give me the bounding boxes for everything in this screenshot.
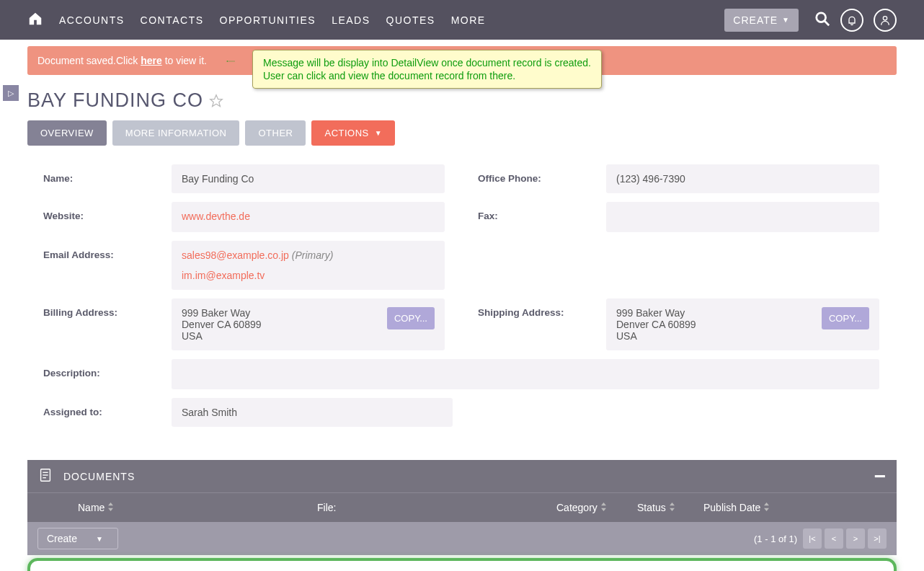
value-billing-address: 999 Baker Way Denver CA 60899 USA COPY..…	[172, 298, 445, 350]
svg-marker-14	[670, 503, 675, 505]
alert-suffix: to view it.	[162, 55, 207, 66]
value-website[interactable]: www.devthe.de	[172, 202, 445, 232]
svg-marker-13	[601, 508, 606, 511]
tab-other[interactable]: OTHER	[245, 120, 306, 146]
pager-next[interactable]: >	[846, 528, 865, 549]
notifications-icon[interactable]	[840, 9, 863, 32]
favorite-star-icon[interactable]	[209, 94, 223, 108]
nav-quotes[interactable]: QUOTES	[386, 14, 435, 26]
documents-title: DOCUMENTS	[63, 471, 135, 482]
nav-leads[interactable]: LEADS	[332, 14, 370, 26]
documents-table-header: Name File: Category Status Publish Date	[27, 492, 897, 522]
sort-icon	[669, 502, 675, 513]
value-name: Bay Funding Co	[172, 164, 445, 193]
chevron-down-icon: ▼	[782, 16, 790, 24]
nav-links: ACCOUNTS CONTACTS OPPORTUNITIES LEADS QU…	[59, 14, 486, 26]
note-line1: Message will be display into DetailView …	[263, 56, 591, 69]
pager-count: (1 - 1 of 1)	[754, 534, 797, 544]
sort-icon	[600, 502, 607, 513]
svg-marker-12	[601, 503, 606, 505]
svg-marker-17	[764, 508, 769, 511]
tab-overview[interactable]: OVERVIEW	[27, 120, 107, 146]
chevron-down-icon: ▼	[96, 535, 103, 543]
email-2[interactable]: im.im@example.tv	[182, 270, 265, 281]
tab-actions[interactable]: ACTIONS ▼	[311, 120, 395, 146]
highlighted-row: Bay_Funding_Co-Sample_Account_profile.pd…	[27, 558, 897, 571]
documents-icon	[37, 467, 53, 485]
chevron-down-icon: ▼	[375, 129, 382, 137]
value-fax	[606, 202, 879, 232]
label-website: Website:	[27, 198, 172, 236]
documents-panel: DOCUMENTS − Name File: Category Status P…	[27, 460, 897, 571]
sort-icon	[763, 502, 770, 513]
create-document-label: Create	[47, 533, 77, 544]
label-assigned-to: Assigned to:	[27, 394, 172, 431]
nav-accounts[interactable]: ACCOUNTS	[59, 14, 125, 26]
value-assigned-to: Sarah Smith	[172, 398, 453, 427]
label-fax: Fax:	[462, 198, 606, 236]
copy-shipping-button[interactable]: COPY...	[822, 307, 869, 329]
svg-marker-11	[108, 508, 113, 511]
nav-contacts[interactable]: CONTACTS	[141, 14, 204, 26]
label-description: Description:	[27, 355, 172, 394]
sidebar-toggle[interactable]: ▷	[3, 85, 19, 101]
home-icon[interactable]	[27, 11, 43, 29]
svg-marker-5	[210, 94, 223, 106]
note-line2: User can click and view the document rec…	[263, 69, 591, 82]
tab-more-information[interactable]: MORE INFORMATION	[112, 120, 240, 146]
svg-marker-10	[108, 503, 113, 505]
create-label: CREATE	[733, 14, 778, 26]
sort-icon	[107, 502, 114, 513]
pager-last[interactable]: >|	[868, 528, 887, 549]
alert-prefix: Document saved.Click	[37, 55, 141, 66]
value-description	[172, 359, 879, 389]
svg-marker-15	[670, 508, 675, 511]
documents-create-row: Create ▼ (1 - 1 of 1) |< < > >|	[27, 522, 897, 555]
create-document-button[interactable]: Create ▼	[37, 528, 118, 549]
value-shipping-address: 999 Baker Way Denver CA 60899 USA COPY..…	[606, 298, 879, 350]
th-category[interactable]: Category	[556, 502, 637, 513]
svg-line-1	[825, 21, 829, 25]
pager: (1 - 1 of 1) |< < > >|	[754, 528, 887, 549]
label-office-phone: Office Phone:	[462, 160, 606, 198]
billing-line3: USA	[182, 330, 435, 342]
nav-more[interactable]: MORE	[451, 14, 486, 26]
detail-view: Name: Bay Funding Co Office Phone: (123)…	[27, 146, 897, 446]
page-title: BAY FUNDING CO	[27, 89, 203, 112]
svg-point-2	[883, 16, 887, 19]
documents-panel-header: DOCUMENTS −	[27, 460, 897, 492]
user-icon[interactable]	[874, 9, 897, 32]
annotation-arrow	[209, 61, 252, 62]
pager-first[interactable]: |<	[803, 528, 822, 549]
svg-point-0	[817, 13, 826, 22]
label-name: Name:	[27, 160, 172, 198]
label-shipping-address: Shipping Address:	[462, 294, 606, 355]
value-office-phone: (123) 496-7390	[606, 164, 879, 193]
pager-prev[interactable]: <	[825, 528, 843, 549]
search-icon[interactable]	[814, 11, 830, 29]
nav-opportunities[interactable]: OPPORTUNITIES	[220, 14, 316, 26]
copy-billing-button[interactable]: COPY...	[387, 307, 435, 329]
shipping-line3: USA	[616, 330, 869, 342]
th-name[interactable]: Name	[78, 502, 317, 513]
detail-tabs: OVERVIEW MORE INFORMATION OTHER ACTIONS …	[27, 120, 897, 146]
svg-marker-16	[764, 503, 769, 505]
label-billing-address: Billing Address:	[27, 294, 172, 355]
alert-here-link[interactable]: here	[141, 55, 162, 66]
document-row: Bay_Funding_Co-Sample_Account_profile.pd…	[32, 562, 892, 571]
label-email: Email Address:	[27, 236, 172, 294]
th-file: File:	[317, 502, 556, 513]
th-publish-date[interactable]: Publish Date	[703, 502, 887, 513]
annotation-note: Message will be display into DetailView …	[252, 50, 602, 89]
create-button[interactable]: CREATE ▼	[724, 9, 799, 32]
th-status[interactable]: Status	[637, 502, 703, 513]
value-email: sales98@example.co.jp (Primary) im.im@ex…	[172, 241, 445, 290]
svg-marker-4	[226, 61, 228, 62]
top-nav: ACCOUNTS CONTACTS OPPORTUNITIES LEADS QU…	[0, 0, 924, 40]
email-primary-tag: (Primary)	[292, 249, 334, 261]
tab-actions-label: ACTIONS	[324, 128, 368, 138]
email-1[interactable]: sales98@example.co.jp	[182, 249, 289, 261]
minimize-icon[interactable]: −	[874, 473, 887, 480]
